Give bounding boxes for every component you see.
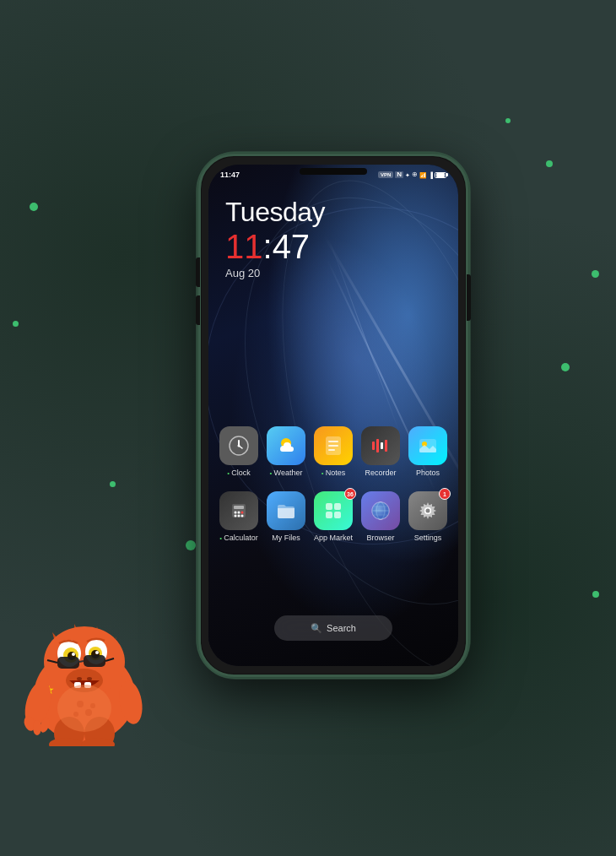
weather-label: Weather (270, 469, 303, 478)
bg-dot-1 (30, 203, 38, 211)
settings-icon: 1 (408, 491, 447, 530)
app-calculator[interactable]: Calculator (217, 491, 261, 543)
svg-point-38 (90, 703, 95, 708)
search-bar[interactable]: 🔍 Search (274, 615, 392, 641)
settings-badge: 1 (439, 488, 451, 500)
svg-rect-14 (57, 657, 79, 669)
svg-point-34 (57, 685, 111, 732)
svg-point-42 (238, 445, 240, 447)
weather-icon (267, 426, 305, 465)
photos-label: Photos (416, 469, 440, 478)
svg-point-61 (241, 515, 244, 517)
battery-fill (436, 173, 445, 177)
signal-icon: ▐ (429, 172, 433, 178)
clock-label: Clock (227, 469, 251, 478)
status-icon-vpn: VPN (378, 171, 393, 178)
svg-rect-65 (334, 512, 341, 518)
app-appmarket[interactable]: 36 App Market (311, 491, 355, 543)
app-row-1: Clock Weather (215, 426, 451, 478)
clock-icon (219, 426, 258, 465)
bg-dot-9 (110, 481, 116, 487)
calculator-label: Calculator (219, 534, 258, 543)
app-photos[interactable]: Photos (406, 426, 450, 478)
time-minute: 47 (273, 228, 311, 265)
svg-rect-51 (385, 440, 387, 452)
browser-icon (361, 491, 400, 530)
appmarket-badge: 36 (344, 488, 356, 500)
bluetooth-icon: ✦ (405, 172, 410, 178)
svg-point-12 (72, 653, 75, 656)
calculator-icon (219, 491, 258, 530)
myfiles-icon (267, 491, 305, 530)
svg-line-16 (79, 661, 84, 662)
svg-point-60 (238, 515, 240, 517)
browser-label: Browser (366, 534, 394, 543)
svg-point-71 (372, 502, 389, 519)
monster-character: ★ (17, 594, 152, 746)
bg-dot-8 (592, 270, 599, 278)
power-button[interactable] (467, 274, 471, 321)
bg-dot-7 (505, 118, 511, 123)
svg-rect-50 (381, 442, 383, 449)
wifi-icon: 📶 (419, 172, 427, 178)
recorder-icon (361, 426, 400, 465)
apps-area: Clock Weather (208, 426, 458, 556)
settings-label: Settings (414, 534, 442, 543)
nfc-icon: ⊕ (412, 171, 418, 178)
svg-rect-62 (326, 503, 332, 510)
svg-point-36 (85, 709, 92, 716)
app-recorder[interactable]: Recorder (359, 426, 403, 478)
bg-dot-6 (592, 591, 599, 598)
time-hour: 11 (225, 228, 263, 265)
bg-dot-3 (546, 160, 553, 167)
svg-point-13 (95, 651, 99, 654)
bg-dot-2 (13, 321, 19, 327)
app-clock[interactable]: Clock (217, 426, 261, 478)
svg-rect-49 (376, 439, 379, 452)
datetime-area: Tuesday 11:47 Aug 20 (225, 197, 325, 279)
svg-point-58 (241, 512, 244, 514)
svg-point-35 (77, 701, 84, 707)
myfiles-label: My Files (272, 534, 300, 543)
svg-rect-64 (326, 512, 332, 518)
notes-icon (314, 426, 353, 465)
app-myfiles[interactable]: My Files (264, 491, 308, 543)
day-name: Tuesday (225, 197, 325, 228)
app-settings[interactable]: 1 Settings (406, 491, 450, 543)
svg-rect-63 (334, 503, 341, 510)
svg-rect-55 (234, 506, 244, 509)
appmarket-icon: 36 (314, 491, 353, 530)
date-sub: Aug 20 (225, 267, 325, 279)
svg-point-37 (73, 712, 78, 717)
status-time: 11:47 (220, 171, 240, 179)
app-notes[interactable]: Notes (311, 426, 355, 478)
bg-dot-5 (186, 540, 196, 550)
svg-rect-48 (372, 442, 375, 450)
app-browser[interactable]: Browser (359, 491, 403, 543)
svg-point-23 (87, 677, 92, 680)
svg-point-74 (426, 509, 430, 513)
time-colon: : (263, 228, 273, 265)
appmarket-label: App Market (314, 534, 353, 543)
svg-point-57 (238, 512, 240, 514)
battery-icon (435, 172, 446, 178)
photos-icon (408, 426, 447, 465)
volume-down-button[interactable] (196, 295, 200, 325)
status-icon-n: N (395, 171, 403, 178)
phone-screen: 11:47 VPN N ✦ ⊕ 📶 ▐ Tuesday 11:47 Aug 20 (208, 165, 458, 666)
recorder-label: Recorder (365, 469, 396, 478)
volume-up-button[interactable] (196, 257, 200, 287)
search-label: Search (327, 623, 356, 633)
app-row-2: Calculator My Files 36 (215, 491, 451, 543)
status-bar: 11:47 VPN N ✦ ⊕ 📶 ▐ (208, 165, 458, 185)
time-display: 11:47 (225, 228, 325, 265)
svg-point-56 (235, 512, 237, 514)
phone-frame: 11:47 VPN N ✦ ⊕ 📶 ▐ Tuesday 11:47 Aug 20 (198, 154, 468, 677)
bg-dot-4 (561, 363, 570, 371)
svg-rect-15 (84, 655, 105, 667)
svg-point-22 (77, 677, 82, 680)
notes-label: Notes (322, 469, 346, 478)
svg-point-59 (235, 515, 237, 517)
app-weather[interactable]: Weather (264, 426, 308, 478)
search-icon: 🔍 (311, 623, 322, 634)
